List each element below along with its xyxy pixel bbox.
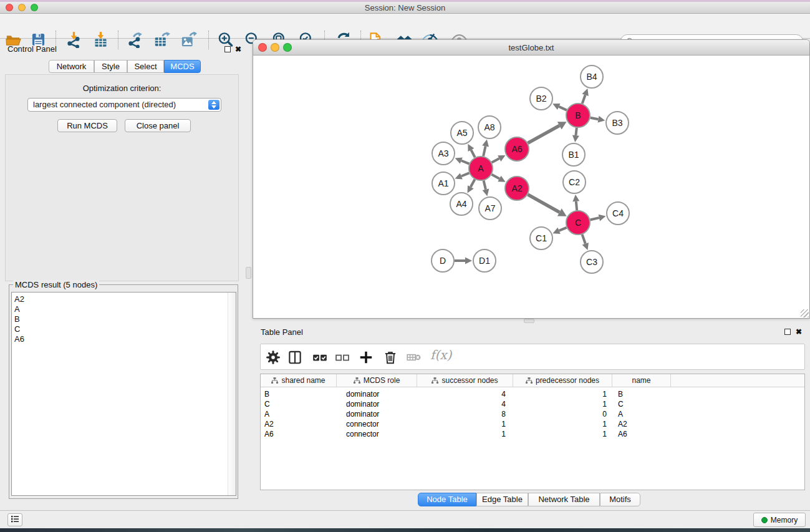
window-resize-grip[interactable] (801, 309, 809, 317)
memory-button[interactable]: Memory (753, 513, 806, 527)
network-window-titlebar[interactable]: testGlobe.txt (253, 40, 809, 56)
delete-column-button[interactable] (405, 349, 422, 365)
zoom-window-button[interactable] (31, 4, 38, 11)
scrollbar[interactable] (228, 293, 236, 495)
table-cell[interactable]: dominator (337, 389, 417, 399)
table-cell[interactable]: 4 (417, 399, 513, 409)
close-window-button[interactable] (6, 4, 13, 11)
splitter-handle-vertical[interactable] (246, 267, 251, 279)
table-cell[interactable]: connector (337, 419, 417, 429)
export-table-button[interactable] (153, 31, 170, 48)
table-cell[interactable]: 0 (513, 409, 612, 419)
table-cell[interactable]: A2 (612, 419, 671, 429)
import-network-button[interactable] (65, 31, 82, 48)
graph-edge-A-A1[interactable] (461, 173, 470, 176)
table-cell[interactable]: C (261, 399, 337, 409)
graph-edge-A2-C[interactable] (528, 195, 559, 213)
unselect-all-button[interactable] (334, 349, 350, 365)
table-cell[interactable]: 1 (417, 419, 513, 429)
table-panel-float-button[interactable] (784, 329, 791, 335)
column-header-predecessor-nodes[interactable]: predecessor nodes (513, 374, 612, 387)
graph-edge-A-A5[interactable] (471, 150, 475, 157)
graph-edge-C-C1[interactable] (559, 228, 567, 231)
column-header-shared-name[interactable]: shared name (261, 374, 337, 387)
tab-network-table[interactable]: Network Table (528, 493, 600, 506)
network-close-button[interactable] (258, 43, 267, 52)
table-cell[interactable]: B (612, 389, 671, 399)
show-columns-button[interactable] (287, 349, 303, 365)
close-panel-button[interactable]: Close panel (125, 119, 191, 132)
apply-function-button[interactable]: f(x) (430, 347, 451, 362)
control-panel-float-button[interactable] (224, 46, 231, 52)
table-row[interactable]: A2connector11A2 (261, 419, 804, 429)
table-cell[interactable]: 1 (513, 429, 612, 439)
table-row[interactable]: A6connector11A6 (261, 429, 804, 439)
graph-edge-A-A8[interactable] (483, 146, 485, 156)
mcds-result-item[interactable]: C (12, 324, 236, 334)
graph-edge-A-A6[interactable] (492, 158, 499, 162)
criterion-select[interactable]: largest connected component (directed) (27, 98, 221, 112)
table-cell[interactable]: 8 (417, 409, 513, 419)
table-cell[interactable]: dominator (337, 409, 417, 419)
table-cell[interactable]: A6 (261, 429, 337, 439)
table-cell[interactable]: A6 (612, 429, 671, 439)
tab-select[interactable]: Select (127, 60, 164, 73)
zoom-in-button[interactable] (217, 31, 234, 48)
table-cell[interactable]: 1 (513, 389, 612, 399)
table-cell[interactable]: 1 (513, 399, 612, 409)
network-zoom-button[interactable] (283, 43, 292, 52)
table-cell[interactable]: 4 (417, 389, 513, 399)
add-row-button[interactable] (358, 349, 374, 365)
mcds-result-list[interactable]: A2ABCA6 (11, 292, 236, 496)
export-network-button[interactable] (127, 31, 143, 48)
table-cell[interactable]: B (261, 389, 337, 399)
graph-edge-C-C4[interactable] (590, 218, 599, 220)
graph-edge-B-B1[interactable] (576, 128, 576, 135)
tab-edge-table[interactable]: Edge Table (476, 493, 528, 506)
graph-edge-A-A3[interactable] (461, 161, 470, 164)
graph-edge-A-A7[interactable] (484, 180, 486, 189)
splitter-handle-horizontal[interactable] (524, 319, 534, 323)
column-header-name[interactable]: name (612, 374, 671, 387)
graph-edge-A-A4[interactable] (471, 180, 475, 187)
table-cell[interactable]: dominator (337, 399, 417, 409)
table-row[interactable]: Adominator80A (261, 409, 804, 419)
column-settings-button[interactable] (265, 349, 281, 365)
mcds-result-item[interactable]: A6 (12, 334, 236, 344)
graph-edge-A6-B[interactable] (528, 125, 560, 143)
tab-network[interactable]: Network (49, 60, 94, 73)
run-mcds-button[interactable]: Run MCDS (57, 119, 117, 132)
export-image-button[interactable] (180, 31, 197, 48)
graph-edge-B-B2[interactable] (559, 107, 567, 110)
table-cell[interactable]: connector (337, 429, 417, 439)
tab-motifs[interactable]: Motifs (600, 493, 640, 506)
import-table-button[interactable] (92, 31, 109, 48)
table-row[interactable]: Bdominator41B (261, 389, 804, 399)
table-cell[interactable]: A (261, 409, 337, 419)
graph-edge-C-C3[interactable] (582, 235, 586, 244)
tab-node-table[interactable]: Node Table (418, 493, 476, 506)
table-cell[interactable]: A (612, 409, 671, 419)
minimize-window-button[interactable] (18, 4, 26, 11)
table-cell[interactable]: A2 (261, 419, 337, 429)
tab-style[interactable]: Style (94, 60, 127, 73)
mcds-result-item[interactable]: B (12, 314, 236, 324)
table-row[interactable]: Cdominator41C (261, 399, 804, 409)
network-canvas[interactable]: B4B2BB3A5A8A6A3B1AA1C2A2A4A7C4CC1C3DD1 (253, 56, 809, 318)
control-panel-close-button[interactable]: ✖ (235, 45, 241, 54)
select-all-button[interactable] (312, 349, 328, 365)
graph-edge-B-B4[interactable] (582, 95, 586, 104)
graph-edge-A-A2[interactable] (492, 175, 499, 179)
column-header-successor-nodes[interactable]: successor nodes (417, 374, 513, 387)
delete-row-button[interactable] (382, 349, 398, 365)
table-cell[interactable]: 1 (513, 419, 612, 429)
table-panel-close-button[interactable]: ✖ (796, 327, 802, 336)
mcds-result-item[interactable]: A2 (12, 294, 236, 304)
tab-mcds[interactable]: MCDS (164, 60, 201, 73)
column-header-mcds-role[interactable]: MCDS role (337, 374, 417, 387)
task-history-button[interactable] (7, 513, 22, 526)
graph-edge-C-C2[interactable] (576, 201, 577, 210)
network-minimize-button[interactable] (271, 43, 279, 52)
graph-edge-B-B3[interactable] (591, 118, 599, 119)
mcds-result-item[interactable]: A (12, 304, 236, 314)
